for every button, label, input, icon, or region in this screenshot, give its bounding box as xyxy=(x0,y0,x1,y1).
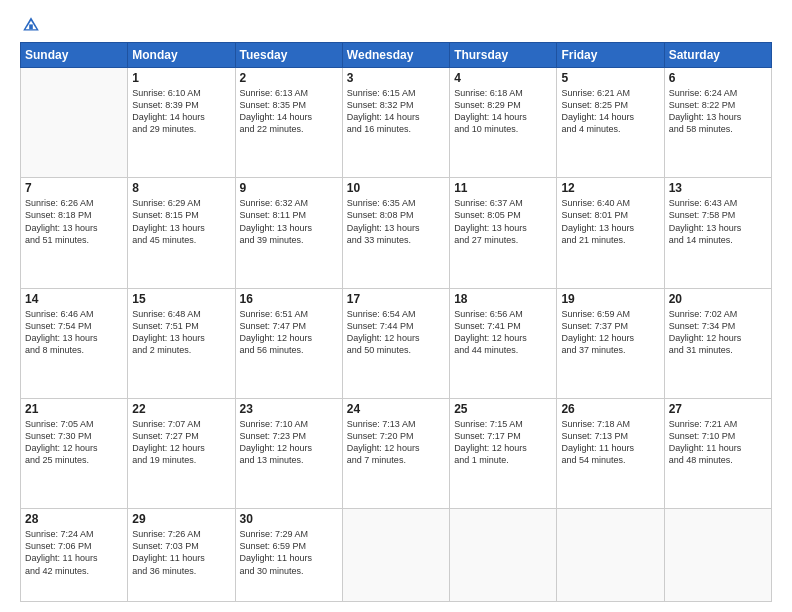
day-number: 26 xyxy=(561,402,659,416)
calendar-cell: 13Sunrise: 6:43 AM Sunset: 7:58 PM Dayli… xyxy=(664,178,771,288)
weekday-header-wednesday: Wednesday xyxy=(342,43,449,68)
day-number: 7 xyxy=(25,181,123,195)
day-info: Sunrise: 6:51 AM Sunset: 7:47 PM Dayligh… xyxy=(240,308,338,357)
weekday-header-row: SundayMondayTuesdayWednesdayThursdayFrid… xyxy=(21,43,772,68)
calendar-cell xyxy=(21,68,128,178)
day-number: 22 xyxy=(132,402,230,416)
calendar-cell: 18Sunrise: 6:56 AM Sunset: 7:41 PM Dayli… xyxy=(450,288,557,398)
calendar-cell: 17Sunrise: 6:54 AM Sunset: 7:44 PM Dayli… xyxy=(342,288,449,398)
calendar-cell: 25Sunrise: 7:15 AM Sunset: 7:17 PM Dayli… xyxy=(450,398,557,508)
day-info: Sunrise: 6:10 AM Sunset: 8:39 PM Dayligh… xyxy=(132,87,230,136)
day-number: 5 xyxy=(561,71,659,85)
day-number: 11 xyxy=(454,181,552,195)
day-info: Sunrise: 7:18 AM Sunset: 7:13 PM Dayligh… xyxy=(561,418,659,467)
day-info: Sunrise: 6:40 AM Sunset: 8:01 PM Dayligh… xyxy=(561,197,659,246)
day-number: 24 xyxy=(347,402,445,416)
day-number: 23 xyxy=(240,402,338,416)
day-number: 1 xyxy=(132,71,230,85)
day-number: 13 xyxy=(669,181,767,195)
day-info: Sunrise: 7:29 AM Sunset: 6:59 PM Dayligh… xyxy=(240,528,338,577)
calendar-cell: 11Sunrise: 6:37 AM Sunset: 8:05 PM Dayli… xyxy=(450,178,557,288)
day-info: Sunrise: 7:24 AM Sunset: 7:06 PM Dayligh… xyxy=(25,528,123,577)
calendar-cell: 16Sunrise: 6:51 AM Sunset: 7:47 PM Dayli… xyxy=(235,288,342,398)
day-info: Sunrise: 7:05 AM Sunset: 7:30 PM Dayligh… xyxy=(25,418,123,467)
calendar-cell: 8Sunrise: 6:29 AM Sunset: 8:15 PM Daylig… xyxy=(128,178,235,288)
day-number: 20 xyxy=(669,292,767,306)
day-number: 8 xyxy=(132,181,230,195)
day-number: 29 xyxy=(132,512,230,526)
day-number: 19 xyxy=(561,292,659,306)
calendar-cell: 30Sunrise: 7:29 AM Sunset: 6:59 PM Dayli… xyxy=(235,509,342,602)
day-info: Sunrise: 6:35 AM Sunset: 8:08 PM Dayligh… xyxy=(347,197,445,246)
weekday-header-monday: Monday xyxy=(128,43,235,68)
weekday-header-saturday: Saturday xyxy=(664,43,771,68)
day-info: Sunrise: 6:29 AM Sunset: 8:15 PM Dayligh… xyxy=(132,197,230,246)
calendar-cell: 7Sunrise: 6:26 AM Sunset: 8:18 PM Daylig… xyxy=(21,178,128,288)
calendar-cell: 1Sunrise: 6:10 AM Sunset: 8:39 PM Daylig… xyxy=(128,68,235,178)
calendar-cell: 6Sunrise: 6:24 AM Sunset: 8:22 PM Daylig… xyxy=(664,68,771,178)
week-row-4: 21Sunrise: 7:05 AM Sunset: 7:30 PM Dayli… xyxy=(21,398,772,508)
week-row-3: 14Sunrise: 6:46 AM Sunset: 7:54 PM Dayli… xyxy=(21,288,772,398)
day-number: 4 xyxy=(454,71,552,85)
calendar-cell: 22Sunrise: 7:07 AM Sunset: 7:27 PM Dayli… xyxy=(128,398,235,508)
header xyxy=(20,16,772,34)
day-number: 12 xyxy=(561,181,659,195)
day-number: 16 xyxy=(240,292,338,306)
day-info: Sunrise: 6:56 AM Sunset: 7:41 PM Dayligh… xyxy=(454,308,552,357)
day-info: Sunrise: 6:54 AM Sunset: 7:44 PM Dayligh… xyxy=(347,308,445,357)
day-info: Sunrise: 6:24 AM Sunset: 8:22 PM Dayligh… xyxy=(669,87,767,136)
calendar-cell: 24Sunrise: 7:13 AM Sunset: 7:20 PM Dayli… xyxy=(342,398,449,508)
weekday-header-friday: Friday xyxy=(557,43,664,68)
day-info: Sunrise: 6:13 AM Sunset: 8:35 PM Dayligh… xyxy=(240,87,338,136)
day-info: Sunrise: 7:07 AM Sunset: 7:27 PM Dayligh… xyxy=(132,418,230,467)
day-info: Sunrise: 6:15 AM Sunset: 8:32 PM Dayligh… xyxy=(347,87,445,136)
day-info: Sunrise: 7:02 AM Sunset: 7:34 PM Dayligh… xyxy=(669,308,767,357)
day-number: 10 xyxy=(347,181,445,195)
calendar-cell xyxy=(342,509,449,602)
day-number: 15 xyxy=(132,292,230,306)
page: SundayMondayTuesdayWednesdayThursdayFrid… xyxy=(0,0,792,612)
calendar-cell: 27Sunrise: 7:21 AM Sunset: 7:10 PM Dayli… xyxy=(664,398,771,508)
day-number: 30 xyxy=(240,512,338,526)
logo xyxy=(20,16,42,34)
day-info: Sunrise: 6:37 AM Sunset: 8:05 PM Dayligh… xyxy=(454,197,552,246)
day-number: 3 xyxy=(347,71,445,85)
day-info: Sunrise: 7:15 AM Sunset: 7:17 PM Dayligh… xyxy=(454,418,552,467)
day-number: 17 xyxy=(347,292,445,306)
week-row-1: 1Sunrise: 6:10 AM Sunset: 8:39 PM Daylig… xyxy=(21,68,772,178)
day-info: Sunrise: 6:21 AM Sunset: 8:25 PM Dayligh… xyxy=(561,87,659,136)
calendar-cell: 21Sunrise: 7:05 AM Sunset: 7:30 PM Dayli… xyxy=(21,398,128,508)
week-row-5: 28Sunrise: 7:24 AM Sunset: 7:06 PM Dayli… xyxy=(21,509,772,602)
calendar-cell: 12Sunrise: 6:40 AM Sunset: 8:01 PM Dayli… xyxy=(557,178,664,288)
logo-icon xyxy=(22,16,40,34)
weekday-header-tuesday: Tuesday xyxy=(235,43,342,68)
day-number: 25 xyxy=(454,402,552,416)
day-number: 21 xyxy=(25,402,123,416)
calendar-cell: 10Sunrise: 6:35 AM Sunset: 8:08 PM Dayli… xyxy=(342,178,449,288)
calendar-table: SundayMondayTuesdayWednesdayThursdayFrid… xyxy=(20,42,772,602)
calendar-cell: 3Sunrise: 6:15 AM Sunset: 8:32 PM Daylig… xyxy=(342,68,449,178)
day-number: 14 xyxy=(25,292,123,306)
day-info: Sunrise: 7:10 AM Sunset: 7:23 PM Dayligh… xyxy=(240,418,338,467)
day-number: 2 xyxy=(240,71,338,85)
day-info: Sunrise: 7:13 AM Sunset: 7:20 PM Dayligh… xyxy=(347,418,445,467)
day-info: Sunrise: 7:26 AM Sunset: 7:03 PM Dayligh… xyxy=(132,528,230,577)
calendar-cell: 28Sunrise: 7:24 AM Sunset: 7:06 PM Dayli… xyxy=(21,509,128,602)
calendar-cell: 29Sunrise: 7:26 AM Sunset: 7:03 PM Dayli… xyxy=(128,509,235,602)
day-info: Sunrise: 7:21 AM Sunset: 7:10 PM Dayligh… xyxy=(669,418,767,467)
calendar-cell: 2Sunrise: 6:13 AM Sunset: 8:35 PM Daylig… xyxy=(235,68,342,178)
day-info: Sunrise: 6:46 AM Sunset: 7:54 PM Dayligh… xyxy=(25,308,123,357)
day-info: Sunrise: 6:43 AM Sunset: 7:58 PM Dayligh… xyxy=(669,197,767,246)
calendar-cell: 23Sunrise: 7:10 AM Sunset: 7:23 PM Dayli… xyxy=(235,398,342,508)
calendar-cell: 5Sunrise: 6:21 AM Sunset: 8:25 PM Daylig… xyxy=(557,68,664,178)
day-info: Sunrise: 6:48 AM Sunset: 7:51 PM Dayligh… xyxy=(132,308,230,357)
week-row-2: 7Sunrise: 6:26 AM Sunset: 8:18 PM Daylig… xyxy=(21,178,772,288)
day-info: Sunrise: 6:59 AM Sunset: 7:37 PM Dayligh… xyxy=(561,308,659,357)
weekday-header-thursday: Thursday xyxy=(450,43,557,68)
calendar-cell xyxy=(664,509,771,602)
day-number: 18 xyxy=(454,292,552,306)
calendar-cell: 20Sunrise: 7:02 AM Sunset: 7:34 PM Dayli… xyxy=(664,288,771,398)
day-number: 27 xyxy=(669,402,767,416)
calendar-cell: 19Sunrise: 6:59 AM Sunset: 7:37 PM Dayli… xyxy=(557,288,664,398)
svg-rect-2 xyxy=(29,24,33,29)
